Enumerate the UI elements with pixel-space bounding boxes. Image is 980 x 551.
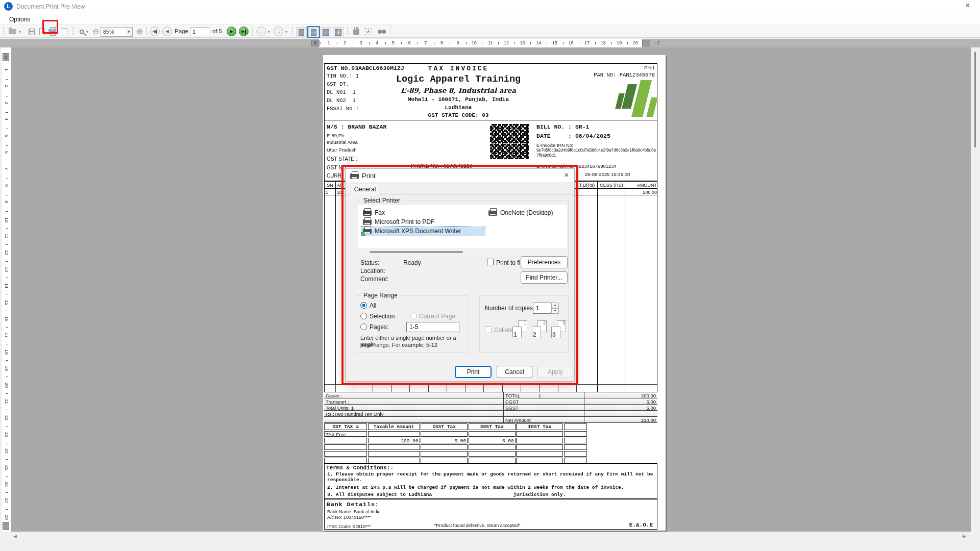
collate-pages-icon: 2 2 bbox=[532, 320, 549, 343]
printer-item-fax[interactable]: Fax bbox=[361, 208, 386, 217]
printer-item-pdf[interactable]: Microsoft Print to PDF bbox=[361, 217, 436, 227]
ruler-number: 11 bbox=[488, 40, 493, 45]
find-printer-button[interactable]: Find Printer... bbox=[521, 271, 568, 284]
ruler-number: 2 bbox=[344, 40, 346, 45]
fssai-no: FSSAI No.: bbox=[327, 106, 359, 112]
default-printer-check-icon: ✓ bbox=[361, 232, 365, 236]
gst-cell bbox=[564, 444, 587, 450]
horizontal-scrollbar[interactable]: ◀ ▶ bbox=[0, 532, 980, 541]
back-button[interactable]: ← bbox=[256, 27, 266, 36]
print-dialog-titlebar[interactable]: Print × bbox=[346, 169, 574, 182]
ruler-vertical[interactable]: 0 12345678910111213141516171819202122232… bbox=[2, 47, 11, 532]
menu-options[interactable]: Options bbox=[7, 15, 32, 24]
status-strip bbox=[0, 541, 980, 551]
ruler-number: 15 bbox=[552, 40, 557, 45]
range-pages-label: Pages: bbox=[370, 323, 388, 331]
export-button[interactable] bbox=[59, 27, 69, 37]
gst-cell bbox=[324, 458, 367, 463]
gst-cell bbox=[564, 438, 587, 443]
range-pages-radio[interactable] bbox=[360, 323, 367, 330]
copies-input[interactable] bbox=[533, 303, 551, 314]
range-selection-radio[interactable] bbox=[360, 313, 367, 319]
preferences-button[interactable]: Preferences bbox=[521, 256, 568, 268]
range-hint-line2: page range. For example, 5-12 bbox=[360, 342, 437, 348]
forward-button[interactable]: → bbox=[274, 27, 283, 36]
single-page-view-button[interactable] bbox=[296, 27, 307, 37]
print-dialog-title: Print bbox=[362, 172, 376, 180]
first-page-button[interactable]: ◀ bbox=[150, 27, 160, 36]
range-all-radio[interactable] bbox=[360, 302, 367, 309]
new-page-button[interactable] bbox=[37, 27, 47, 37]
text-select-button[interactable]: A bbox=[363, 27, 374, 37]
scroll-right-icon[interactable]: ▶ bbox=[963, 534, 966, 539]
tab-general[interactable]: General bbox=[351, 184, 379, 195]
zoom-dropdown-icon[interactable]: ▾ bbox=[85, 27, 90, 37]
printer-item-onenote[interactable]: OneNote (Desktop) bbox=[487, 208, 554, 217]
toolbar-grip bbox=[72, 27, 74, 35]
print-icon bbox=[48, 29, 56, 34]
zoom-combobox-caret-icon[interactable]: ▼ bbox=[126, 27, 133, 37]
next-page-button[interactable]: ▶ bbox=[227, 27, 236, 36]
page-number-input[interactable] bbox=[190, 27, 209, 36]
zoom-level-combobox[interactable]: 85% bbox=[101, 27, 126, 37]
ruler-v-end-marker[interactable] bbox=[3, 522, 9, 530]
pan-tool-button[interactable] bbox=[351, 27, 361, 37]
print-button[interactable] bbox=[47, 27, 57, 37]
open-button[interactable] bbox=[7, 27, 17, 37]
total-right: 5.00 bbox=[647, 405, 656, 411]
comment-label: Comment: bbox=[360, 276, 388, 283]
menu-bar: Options bbox=[0, 13, 980, 24]
vertical-scrollbar-thumb[interactable] bbox=[974, 52, 976, 147]
two-page-view-button[interactable] bbox=[321, 27, 331, 37]
total-mid2: 1 bbox=[538, 393, 541, 398]
grid-view-button[interactable] bbox=[333, 27, 344, 37]
ruler-origin-marker[interactable]: 0 bbox=[311, 40, 320, 46]
party-addr3: Uttar Pradesh bbox=[327, 147, 357, 153]
previous-page-button[interactable]: ◀ bbox=[162, 27, 172, 36]
cancel-button[interactable]: Cancel bbox=[497, 366, 532, 378]
ruler-v-origin-marker[interactable]: 0 bbox=[3, 53, 9, 61]
back-dropdown-icon[interactable]: ▾ bbox=[266, 27, 272, 37]
ruler-number: 14 bbox=[4, 283, 9, 289]
pages-range-input[interactable] bbox=[406, 322, 459, 332]
ruler-number: 18 bbox=[601, 40, 606, 45]
forward-dropdown-icon[interactable]: ▾ bbox=[284, 27, 289, 37]
printer-item-xps-selected[interactable]: ✓ Microsoft XPS Document Writer bbox=[361, 227, 485, 236]
collate-pages-icon: 1 1 bbox=[512, 320, 530, 343]
print-confirm-button[interactable]: Print bbox=[455, 366, 492, 378]
scroll-left-icon[interactable]: ◀ bbox=[13, 534, 17, 539]
ruler-number: 20 bbox=[633, 40, 638, 45]
gst-dt: GST DT. bbox=[327, 81, 349, 87]
last-page-button[interactable]: ▶ bbox=[239, 27, 249, 36]
toolbar-grip bbox=[3, 27, 5, 35]
single-page-icon bbox=[299, 29, 304, 36]
print-dialog-close-icon[interactable]: × bbox=[561, 170, 572, 181]
printer-list[interactable]: Fax OneNote (Desktop) Microsoft Print to… bbox=[358, 205, 567, 248]
copies-up-icon[interactable]: ▲ bbox=[551, 303, 559, 308]
print-to-file-checkbox[interactable] bbox=[487, 259, 494, 265]
printer-icon bbox=[488, 210, 497, 216]
terms-title: Terms & Conditions:- bbox=[326, 465, 394, 471]
find-button[interactable] bbox=[377, 27, 387, 37]
open-icon bbox=[9, 29, 16, 34]
continuous-view-button[interactable] bbox=[308, 27, 319, 37]
printer-list-scrollbar-thumb[interactable] bbox=[370, 251, 463, 253]
apply-button: Apply bbox=[537, 366, 573, 378]
zoom-out-button[interactable]: ⊖ bbox=[91, 27, 101, 37]
open-dropdown-icon[interactable]: ▾ bbox=[17, 27, 22, 37]
vertical-scrollbar[interactable] bbox=[971, 47, 979, 532]
ruler-horizontal[interactable]: 0 1234567891011121314151617181920 2 bbox=[0, 39, 980, 47]
zoom-in-button[interactable]: ⊕ bbox=[135, 27, 145, 37]
copies-down-icon[interactable]: ▼ bbox=[551, 308, 559, 314]
dl-no2: DL NO2 1 bbox=[327, 97, 356, 104]
window-title: Document Print Pre-View bbox=[16, 3, 85, 10]
window-close-icon[interactable]: × bbox=[962, 1, 974, 10]
ruler-number: 6 bbox=[4, 151, 9, 157]
printer-label: Fax bbox=[375, 209, 385, 216]
printer-list-scrollbar[interactable] bbox=[358, 249, 567, 255]
row-article: 10 bbox=[337, 190, 342, 195]
magnifier-icon bbox=[80, 30, 84, 34]
toolbar-separator bbox=[390, 27, 390, 36]
ruler-margin-marker[interactable] bbox=[642, 40, 650, 46]
save-button[interactable] bbox=[27, 27, 37, 37]
